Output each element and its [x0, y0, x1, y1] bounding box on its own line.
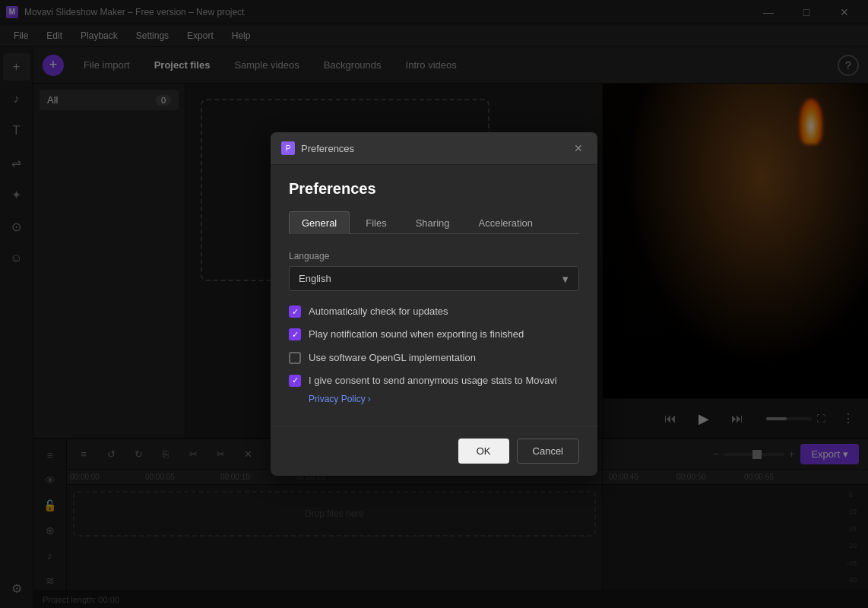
checkbox-notification-sound-label: Play notification sound when exporting i… — [309, 328, 524, 341]
checkbox-auto-update-label: Automatically check for updates — [309, 305, 448, 318]
dialog-tab-general[interactable]: General — [289, 211, 350, 234]
privacy-policy-link[interactable]: Privacy Policy › — [309, 394, 579, 404]
checkbox-opengl-label: Use software OpenGL implementation — [309, 351, 476, 365]
dialog-tabs: General Files Sharing Acceleration — [289, 211, 579, 234]
checkbox-auto-update-row: Automatically check for updates — [289, 305, 579, 318]
preferences-dialog: P Preferences ✕ Preferences General File… — [271, 132, 597, 476]
dialog-tab-files[interactable]: Files — [353, 211, 399, 234]
ok-button[interactable]: OK — [458, 439, 509, 464]
dialog-heading: Preferences — [289, 180, 579, 198]
checkbox-opengl[interactable] — [289, 352, 301, 364]
language-label: Language — [289, 251, 579, 261]
dialog-icon: P — [281, 141, 295, 155]
dialog-body: Preferences General Files Sharing Accele… — [271, 165, 597, 426]
checkbox-auto-update[interactable] — [289, 306, 301, 318]
checkbox-analytics[interactable] — [289, 375, 301, 387]
cancel-button[interactable]: Cancel — [517, 439, 579, 464]
dialog-titlebar-left: P Preferences — [281, 141, 354, 155]
dialog-titlebar: P Preferences ✕ — [271, 132, 597, 165]
language-select-wrapper: English German French Spanish ▼ — [289, 266, 579, 291]
checkbox-opengl-row: Use software OpenGL implementation — [289, 351, 579, 365]
dialog-tab-sharing[interactable]: Sharing — [403, 211, 463, 234]
checkbox-notification-sound[interactable] — [289, 328, 301, 340]
checkbox-analytics-row: I give consent to send anonymous usage s… — [289, 374, 579, 388]
dialog-tab-acceleration[interactable]: Acceleration — [466, 211, 546, 234]
privacy-policy-text: Privacy Policy — [309, 394, 366, 404]
dialog-titlebar-label: Preferences — [301, 143, 354, 154]
dialog-footer: OK Cancel — [271, 426, 597, 476]
checkbox-notification-sound-row: Play notification sound when exporting i… — [289, 328, 579, 341]
dialog-close-button[interactable]: ✕ — [570, 140, 587, 157]
dialog-overlay: P Preferences ✕ Preferences General File… — [0, 0, 868, 608]
checkbox-analytics-label: I give consent to send anonymous usage s… — [309, 374, 557, 388]
privacy-policy-arrow-icon: › — [368, 394, 371, 404]
language-group: Language English German French Spanish ▼ — [289, 251, 579, 291]
language-select[interactable]: English German French Spanish — [289, 266, 579, 291]
